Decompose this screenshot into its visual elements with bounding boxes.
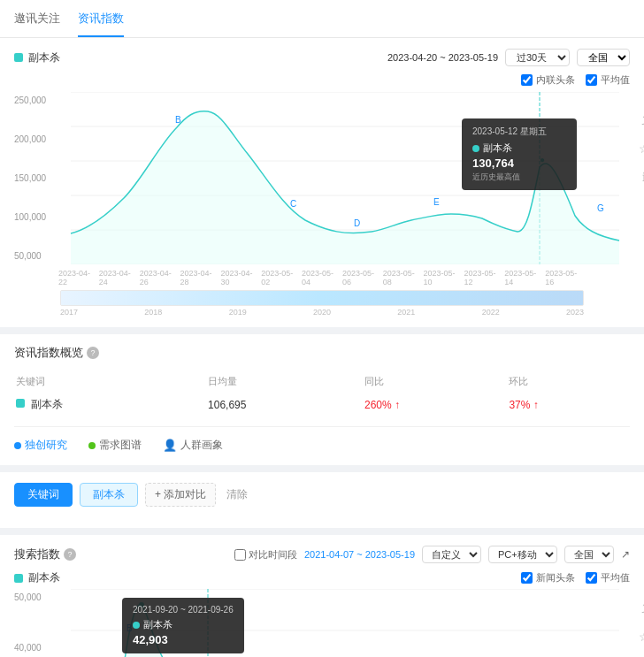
tab-news-index[interactable]: 资讯指数 (78, 0, 124, 37)
average-checkbox-label[interactable]: 平均值 (586, 73, 630, 87)
y-label-0: 250,000 (14, 95, 60, 105)
x-label: 2023-04-30 (220, 269, 261, 286)
sub-tab-demand[interactable]: 需求图谱 (88, 436, 142, 455)
search-headline-label[interactable]: 新闻头条 (521, 571, 575, 584)
sub-tab-dot-demand (88, 442, 96, 449)
search-controls: 对比时间段 2021-04-07 ~ 2023-05-19 自定义 PC+移动 … (234, 546, 630, 563)
row-yoy: 260% ↑ (364, 393, 507, 416)
svg-text:●: ● (540, 155, 545, 164)
stats-title: 资讯指数概览 ? (14, 345, 630, 361)
search-chart-options: 新闻头条 平均值 (521, 571, 630, 584)
stats-title-text: 资讯指数概览 (14, 345, 83, 361)
headline-checkbox-label[interactable]: 内联头条 (521, 73, 575, 87)
keywords-section: 关键词 副本杀 + 添加对比 清除 (0, 472, 644, 528)
x-label: 2023-05-06 (342, 269, 383, 286)
period-selector[interactable]: 过30天 (505, 49, 570, 66)
year-2017: 2017 (60, 308, 78, 317)
svg-text:C: C (290, 199, 296, 209)
search-title-text: 搜索指数 (14, 546, 60, 562)
search-star-icon[interactable]: ☆ (633, 626, 644, 647)
compare-checkbox[interactable] (234, 549, 246, 561)
x-label: 2023-05-08 (383, 269, 424, 286)
chart-legend: 副本杀 (14, 50, 60, 65)
x-label: 2023-04-22 (58, 269, 99, 286)
search-chart-svg: A B C D E F G (60, 589, 630, 657)
y-label-1: 200,000 (14, 134, 60, 144)
clear-btn[interactable]: 清除 (226, 487, 248, 502)
search-side-icons: ⤴ ☆ ℹ (633, 598, 644, 657)
average-checkbox[interactable] (586, 74, 597, 86)
row-keyword: 副本杀 (16, 393, 206, 416)
stats-section: 资讯指数概览 ? 关键词 日均量 同比 环比 副本杀 106,695 (0, 334, 644, 465)
x-label: 2023-04-24 (99, 269, 140, 286)
y-label-3: 100,000 (14, 212, 60, 222)
col-mom: 环比 (509, 371, 628, 392)
year-2018: 2018 (144, 308, 162, 317)
top-tab-bar: 遨讯关注 资讯指数 (0, 0, 644, 38)
search-title-container: 搜索指数 ? (14, 546, 76, 562)
chart-header: 副本杀 2023-04-20 ~ 2023-05-19 过30天 全国 (14, 49, 630, 66)
svg-text:E: E (433, 197, 440, 207)
search-share-icon[interactable]: ⤴ (633, 598, 644, 619)
stats-table-header: 关键词 日均量 同比 环比 (16, 371, 628, 392)
chart-side-icons: ⤴ ☆ ℹ (633, 110, 644, 187)
region-selector[interactable]: 全国 (577, 49, 630, 66)
svg-text:D: D (354, 218, 360, 228)
search-legend-dot (14, 574, 23, 583)
x-label: 2023-05-12 (464, 269, 504, 286)
sub-tab-dot-research (14, 442, 21, 449)
search-header: 搜索指数 ? 对比时间段 2021-04-07 ~ 2023-05-19 自定义… (14, 546, 630, 563)
keywords-btn[interactable]: 关键词 (14, 483, 73, 507)
platform-selector[interactable]: PC+移动 (488, 546, 557, 563)
svg-text:B: B (175, 115, 181, 125)
chart-options: 内联头条 平均值 (14, 73, 630, 87)
x-label: 2023-05-02 (261, 269, 302, 286)
svg-text:B: B (126, 623, 133, 633)
x-label: 2023-05-04 (302, 269, 342, 286)
search-average-label[interactable]: 平均值 (586, 571, 630, 584)
tab-news-attention[interactable]: 遨讯关注 (14, 0, 60, 37)
stats-info-icon[interactable]: ? (87, 347, 99, 359)
table-row: 副本杀 106,695 260% ↑ 37% ↑ (16, 393, 628, 416)
chart-controls: 2023-04-20 ~ 2023-05-19 过30天 全国 (387, 49, 630, 66)
news-index-section: 副本杀 2023-04-20 ~ 2023-05-19 过30天 全国 内联头条… (0, 38, 644, 327)
search-info-icon[interactable]: ? (64, 548, 76, 561)
external-link-icon[interactable]: ↗ (621, 548, 630, 561)
year-2021: 2021 (397, 308, 415, 317)
legend-color-dot (14, 53, 23, 62)
svg-text:G: G (597, 203, 604, 213)
x-label: 2023-04-26 (140, 269, 180, 286)
x-label: 2023-04-28 (180, 269, 221, 286)
sub-tab-research[interactable]: 独创研究 (14, 436, 67, 455)
search-y-axis: 50,000 40,000 30,000 20,000 (14, 589, 60, 657)
y-label-4: 50,000 (14, 251, 60, 261)
date-range-label: 2023-04-20 ~ 2023-05-19 (387, 52, 498, 63)
compare-checkbox-label[interactable]: 对比时间段 (234, 548, 297, 562)
region-selector-search[interactable]: 全国 (564, 546, 614, 563)
date-range-search: 2021-04-07 ~ 2023-05-19 (304, 549, 415, 560)
info-icon[interactable]: ℹ (633, 166, 644, 187)
col-yoy: 同比 (364, 371, 507, 392)
row-daily: 106,695 (208, 393, 363, 416)
col-keyword: 关键词 (16, 371, 206, 392)
sub-tabs: 独创研究 需求图谱 👤 人群画象 (14, 426, 630, 455)
timeline-bar[interactable] (60, 290, 584, 306)
custom-selector[interactable]: 自定义 (422, 546, 481, 563)
share-icon[interactable]: ⤴ (633, 110, 644, 131)
related-term-btn[interactable]: 副本杀 (80, 483, 138, 507)
headline-checkbox[interactable] (521, 74, 533, 86)
crowd-icon: 👤 (163, 439, 177, 452)
svg-point-26 (139, 602, 144, 607)
year-2023: 2023 (566, 308, 584, 317)
search-headline-checkbox[interactable] (521, 572, 533, 584)
legend-label: 副本杀 (28, 50, 60, 65)
stats-table: 关键词 日均量 同比 环比 副本杀 106,695 260% ↑ (14, 370, 630, 417)
year-2022: 2022 (482, 308, 500, 317)
sub-tab-crowd[interactable]: 👤 人群画象 (163, 436, 223, 455)
search-average-checkbox[interactable] (586, 572, 597, 584)
x-label: 2023-05-16 (545, 269, 586, 286)
keyword-tabs: 关键词 副本杀 + 添加对比 清除 (14, 483, 630, 507)
add-compare-btn[interactable]: + 添加对比 (145, 483, 216, 507)
star-icon[interactable]: ☆ (633, 138, 644, 159)
year-labels: 2017 2018 2019 2020 2021 2022 2023 (14, 308, 630, 317)
